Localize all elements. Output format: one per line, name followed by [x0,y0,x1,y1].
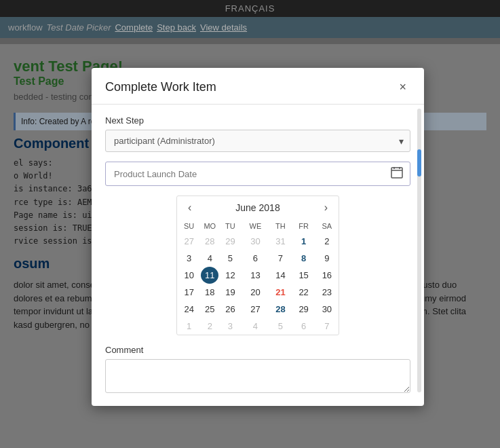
calendar-day-cell[interactable]: 17 [177,284,201,301]
calendar-day-cell[interactable]: 31 [269,233,292,250]
calendar-day-cell[interactable]: 2 [201,318,218,335]
calendar-day-cell[interactable]: 10 [177,267,201,284]
calendar-header: ‹ June 2018 › [177,196,339,219]
calendar-day-cell[interactable]: 1 [292,233,315,250]
calendar-week-row: 10111213141516 [177,267,339,284]
calendar-day-header: TU [218,219,242,233]
modal-title: Complete Work Item [105,80,216,94]
calendar-next-button[interactable]: › [322,202,330,214]
calendar-week-row: 3456789 [177,250,339,267]
calendar-day-header: WE [242,219,269,233]
calendar-day-cell[interactable]: 23 [315,284,339,301]
calendar-day-cell[interactable]: 30 [242,233,269,250]
modal-close-button[interactable]: × [395,79,410,96]
calendar-day-cell[interactable]: 7 [315,318,339,335]
modal-scrollbar-thumb [417,149,421,176]
calendar-day-header: TH [269,219,292,233]
comment-label: Comment [105,345,410,355]
calendar-icon-button[interactable] [384,162,410,185]
calendar-day-cell[interactable]: 4 [201,250,218,267]
calendar-week-row: 24252627282930 [177,301,339,318]
date-input-row [105,162,410,186]
calendar-day-cell[interactable]: 7 [269,250,292,267]
calendar-icon [391,166,403,179]
comment-textarea[interactable] [105,359,410,393]
calendar-day-cell[interactable]: 16 [315,267,339,284]
calendar-day-cell[interactable]: 21 [269,284,292,301]
calendar-day-header: SA [315,219,339,233]
calendar-day-header: MO [201,219,218,233]
calendar-day-cell[interactable]: 1 [177,318,201,335]
calendar-day-cell[interactable]: 19 [218,284,242,301]
calendar-day-cell[interactable]: 25 [201,301,218,318]
calendar-day-cell[interactable]: 24 [177,301,201,318]
calendar-grid: SUMOTUWETHFRSA 2728293031123456789101112… [177,219,339,335]
modal-header: Complete Work Item × [92,68,424,105]
calendar-day-header: FR [292,219,315,233]
calendar-day-cell[interactable]: 12 [218,267,242,284]
calendar-day-cell[interactable]: 27 [177,233,201,250]
complete-work-item-modal: Complete Work Item × Next Step participa… [92,68,424,406]
calendar-week-row: 17181920212223 [177,284,339,301]
calendar-day-cell[interactable]: 22 [292,284,315,301]
calendar-day-cell[interactable]: 20 [242,284,269,301]
modal-scrollbar-track[interactable] [417,109,421,392]
calendar-day-cell[interactable]: 15 [292,267,315,284]
calendar-day-cell[interactable]: 14 [269,267,292,284]
calendar-week-row: 272829303112 [177,233,339,250]
calendar-day-header: SU [177,219,201,233]
calendar-day-cell[interactable]: 3 [218,318,242,335]
calendar-prev-button[interactable]: ‹ [185,202,194,214]
calendar-day-cell[interactable]: 4 [242,318,269,335]
calendar-day-cell[interactable]: 9 [315,250,339,267]
calendar-day-cell[interactable]: 30 [315,301,339,318]
calendar-day-cell[interactable]: 6 [242,250,269,267]
calendar-day-cell[interactable]: 11 [201,267,218,284]
calendar-day-cell[interactable]: 13 [242,267,269,284]
calendar-day-cell[interactable]: 3 [177,250,201,267]
calendar-day-cell[interactable]: 27 [242,301,269,318]
modal-body: Next Step participant (Administrator) ▾ [92,105,424,406]
calendar-day-cell[interactable]: 28 [269,301,292,318]
participant-select-wrapper: participant (Administrator) ▾ [105,130,410,152]
svg-rect-0 [391,168,402,178]
calendar-day-cell[interactable]: 5 [218,250,242,267]
next-step-label: Next Step [105,115,410,126]
calendar-day-cell[interactable]: 18 [201,284,218,301]
calendar-week-row: 1234567 [177,318,339,335]
calendar-day-cell[interactable]: 28 [201,233,218,250]
calendar-month-year: June 2018 [235,202,280,213]
participant-select[interactable]: participant (Administrator) [105,130,410,152]
calendar-day-cell[interactable]: 8 [292,250,315,267]
calendar-day-cell[interactable]: 26 [218,301,242,318]
calendar-day-cell[interactable]: 2 [315,233,339,250]
calendar: ‹ June 2018 › SUMOTUWETHFRSA 27282930311… [176,195,339,335]
date-input[interactable] [106,164,384,185]
calendar-day-cell[interactable]: 29 [218,233,242,250]
calendar-day-cell[interactable]: 6 [292,318,315,335]
calendar-day-cell[interactable]: 5 [269,318,292,335]
calendar-day-cell[interactable]: 29 [292,301,315,318]
